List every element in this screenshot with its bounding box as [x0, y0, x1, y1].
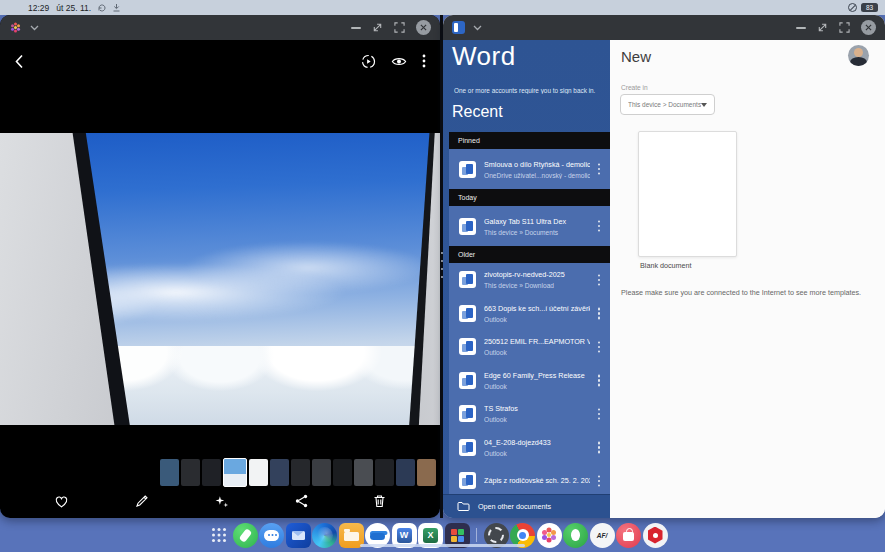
favorite-icon[interactable]	[54, 494, 69, 508]
thumbnail[interactable]	[181, 459, 200, 486]
photo-airplane-window[interactable]	[0, 133, 440, 425]
clock: 12:29	[28, 3, 49, 13]
more-menu-icon[interactable]	[422, 54, 426, 68]
blank-document-label: Blank document	[640, 261, 692, 270]
gallery-action-bar	[0, 486, 440, 516]
chevron-down-icon[interactable]	[473, 25, 482, 31]
open-other-documents-button[interactable]: Open other documents	[443, 494, 610, 518]
minimize-icon[interactable]	[796, 27, 806, 29]
gallery-title-bar[interactable]	[0, 15, 440, 40]
new-heading: New	[621, 48, 651, 65]
fullscreen-icon[interactable]	[394, 22, 405, 33]
doc-item-text: TS StrafosOutlook	[484, 404, 590, 423]
messages-app-icon[interactable]	[259, 523, 284, 548]
back-icon[interactable]	[14, 54, 24, 69]
close-icon[interactable]	[416, 20, 431, 35]
item-menu-icon[interactable]	[598, 279, 601, 282]
edit-icon[interactable]	[135, 494, 149, 508]
recent-doc-item[interactable]: Galaxy Tab S11 Ultra DexThis device » Do…	[449, 206, 610, 246]
close-icon[interactable]	[861, 20, 876, 35]
share-icon[interactable]	[295, 494, 308, 508]
thumbnail[interactable]	[249, 459, 268, 486]
doc-title: Zápis z rodičovské sch. 25. 2. 2025	[484, 476, 590, 485]
recent-doc-item[interactable]: Smlouva o dílo Rtyňská - demoliceOneDriv…	[449, 149, 610, 189]
gallery-app-icon[interactable]	[537, 523, 562, 548]
section-header-pinned: Pinned	[449, 132, 610, 149]
thumbnail[interactable]	[312, 459, 331, 486]
download-icon	[113, 4, 120, 12]
word-doc-icon	[459, 161, 476, 178]
recent-doc-item[interactable]: 663 Dopis ke sch...í účetní závěrkyOutlo…	[449, 297, 610, 331]
ai-edit-icon[interactable]	[214, 494, 229, 509]
thumbnail[interactable]	[375, 459, 394, 486]
recent-doc-item[interactable]: zivotopis-rv-nedved-2025This device » Do…	[449, 263, 610, 297]
item-menu-icon[interactable]	[598, 168, 601, 171]
battery-icon: 83	[861, 3, 878, 12]
word-title-bar[interactable]	[443, 15, 885, 40]
app-drawer-app-icon[interactable]	[206, 523, 231, 548]
doc-item-text: Galaxy Tab S11 Ultra DexThis device » Do…	[484, 217, 590, 236]
af-app-icon[interactable]: AF/	[590, 523, 615, 548]
item-menu-icon[interactable]	[598, 379, 601, 382]
doc-item-text: Smlouva o dílo Rtyňská - demoliceOneDriv…	[484, 160, 590, 179]
word-doc-icon	[459, 405, 476, 422]
word-doc-icon	[459, 372, 476, 389]
thumbnail[interactable]	[354, 459, 373, 486]
doc-title: Galaxy Tab S11 Ultra Dex	[484, 217, 590, 226]
item-menu-icon[interactable]	[598, 312, 601, 315]
thumbnail[interactable]	[333, 459, 352, 486]
resize-icon[interactable]	[817, 22, 828, 33]
blank-document-template[interactable]	[638, 131, 737, 257]
status-bar: 12:29 út 25. 11. 83	[0, 0, 885, 15]
home-navigation-pill[interactable]	[360, 544, 525, 547]
recent-doc-item[interactable]: Edge 60 Family_Press ReleaseOutlook	[449, 364, 610, 398]
green-mascot-app-icon[interactable]	[563, 523, 588, 548]
shopping-bag-app-icon[interactable]	[616, 523, 641, 548]
doc-location: Outlook	[484, 416, 590, 423]
thumbnail[interactable]	[396, 459, 415, 486]
thumbnail[interactable]	[291, 459, 310, 486]
thumbnail[interactable]	[417, 459, 436, 486]
dropdown-caret-icon	[701, 103, 707, 107]
delete-icon[interactable]	[373, 494, 386, 508]
recent-doc-item[interactable]: TS StrafosOutlook	[449, 397, 610, 431]
item-menu-icon[interactable]	[598, 346, 601, 349]
thumbnail-strip[interactable]	[160, 458, 438, 487]
motion-photo-icon[interactable]	[361, 54, 376, 69]
outlook-app-icon[interactable]	[286, 523, 311, 548]
thumbnail[interactable]	[160, 459, 179, 486]
recent-doc-item[interactable]: 04_E-208-dojezd433Outlook	[449, 431, 610, 465]
gallery-app-icon	[9, 21, 22, 34]
edge-app-icon[interactable]	[312, 523, 337, 548]
account-avatar[interactable]	[848, 45, 869, 66]
doc-location: Outlook	[484, 450, 590, 457]
thumbnail[interactable]	[270, 459, 289, 486]
item-menu-icon[interactable]	[598, 413, 601, 416]
item-menu-icon[interactable]	[598, 446, 601, 449]
eye-icon[interactable]	[391, 56, 407, 67]
word-doc-icon	[459, 439, 476, 456]
item-menu-icon[interactable]	[598, 480, 601, 483]
app-title: Word	[452, 41, 516, 72]
recent-list: PinnedSmlouva o dílo Rtyňská - demoliceO…	[449, 132, 610, 494]
chevron-down-icon[interactable]	[30, 25, 39, 31]
thumbnail-selected[interactable]	[223, 458, 247, 487]
doc-item-text: zivotopis-rv-nedved-2025This device » Do…	[484, 270, 590, 289]
phone-app-icon[interactable]	[233, 523, 258, 548]
word-doc-icon	[459, 305, 476, 322]
recent-doc-item[interactable]: 250512 EMIL FR...EAPMOTOR V CROutlook	[449, 330, 610, 364]
section-header-today: Today	[449, 189, 610, 206]
recent-heading: Recent	[452, 103, 503, 121]
item-menu-icon[interactable]	[598, 225, 601, 228]
fullscreen-icon[interactable]	[839, 22, 850, 33]
doc-title: 663 Dopis ke sch...í účetní závěrky	[484, 304, 590, 313]
resize-icon[interactable]	[372, 22, 383, 33]
signin-notice[interactable]: One or more accounts require you to sign…	[454, 87, 606, 94]
minimize-icon[interactable]	[351, 27, 361, 29]
word-doc-icon	[459, 218, 476, 235]
red-hexagon-app-icon[interactable]	[643, 523, 668, 548]
thumbnail[interactable]	[202, 459, 221, 486]
recent-doc-item[interactable]: Zápis z rodičovské sch. 25. 2. 2025	[449, 464, 610, 494]
save-location-dropdown[interactable]: This device > Documents	[620, 94, 715, 115]
do-not-disturb-icon	[848, 3, 857, 12]
